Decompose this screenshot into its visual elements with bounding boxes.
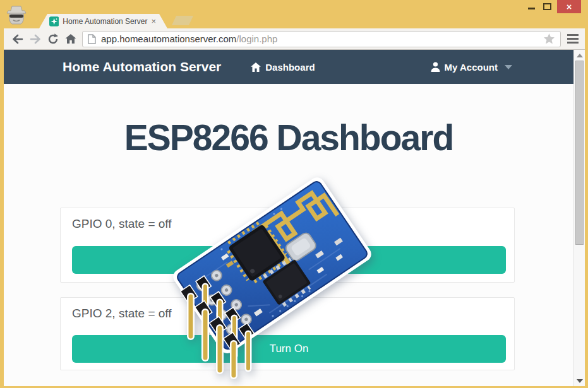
home-icon: [64, 32, 78, 46]
tab-strip: Home Automation Server ×: [0, 14, 588, 28]
reload-icon: [46, 32, 60, 46]
browser-window: × Home Automation Server ×: [0, 0, 588, 388]
url-text: app.homeautomationserver.com/login.php: [101, 33, 543, 44]
nav-link-label: My Account: [445, 62, 498, 73]
back-arrow-icon: [11, 32, 25, 46]
minimize-button[interactable]: [528, 8, 535, 9]
page-title: ESP8266 Dashboard: [4, 117, 573, 158]
title-bar: ×: [0, 0, 588, 14]
home-button[interactable]: [62, 30, 80, 48]
gpio0-turn-on-button[interactable]: Turn On: [72, 246, 506, 274]
forward-button[interactable]: [27, 30, 44, 48]
gpio0-panel: GPIO 0, state = off Turn On: [60, 208, 515, 283]
url-domain: app.homeautomationserver.com: [101, 33, 236, 44]
dashboard-home-icon: [251, 62, 261, 72]
gpio0-state-label: GPIO 0, state = off: [72, 217, 172, 231]
scroll-down-icon: [577, 379, 583, 383]
url-path: /login.php: [236, 33, 277, 44]
chevron-down-icon: [505, 65, 512, 69]
site-navbar: Home Automation Server Dashboard My Acco…: [4, 50, 573, 84]
bookmark-star-icon[interactable]: [543, 33, 555, 45]
scroll-down-button[interactable]: [574, 376, 585, 385]
nav-link-my-account[interactable]: My Account: [431, 62, 512, 73]
close-button[interactable]: ×: [557, 0, 581, 13]
reload-button[interactable]: [44, 30, 62, 48]
nav-link-label: Dashboard: [265, 62, 315, 73]
browser-toolbar: app.homeautomationserver.com/login.php: [4, 28, 585, 50]
scroll-up-icon: [577, 54, 583, 57]
forward-arrow-icon: [28, 32, 42, 46]
scrollbar-thumb[interactable]: [575, 61, 584, 245]
tab-close-icon[interactable]: ×: [151, 17, 156, 25]
menu-button[interactable]: [565, 31, 581, 47]
gpio2-state-label: GPIO 2, state = off: [72, 307, 172, 320]
page-viewport: Home Automation Server Dashboard My Acco…: [4, 50, 573, 386]
scroll-up-button[interactable]: [574, 50, 585, 60]
page-scrollbar[interactable]: [573, 50, 585, 386]
new-tab-button[interactable]: [172, 16, 193, 25]
browser-tab[interactable]: Home Automation Server ×: [39, 14, 167, 28]
address-bar[interactable]: app.homeautomationserver.com/login.php: [82, 31, 561, 47]
gpio2-panel: GPIO 2, state = off Turn On: [60, 297, 515, 370]
tab-title: Home Automation Server: [63, 17, 147, 26]
favicon-icon: [49, 16, 59, 26]
maximize-button[interactable]: [543, 3, 551, 10]
nav-link-dashboard[interactable]: Dashboard: [251, 62, 315, 73]
back-button[interactable]: [9, 30, 27, 48]
user-icon: [431, 62, 440, 72]
navbar-brand[interactable]: Home Automation Server: [63, 59, 221, 74]
page-icon: [88, 34, 96, 44]
gpio2-turn-on-button[interactable]: Turn On: [72, 335, 506, 363]
